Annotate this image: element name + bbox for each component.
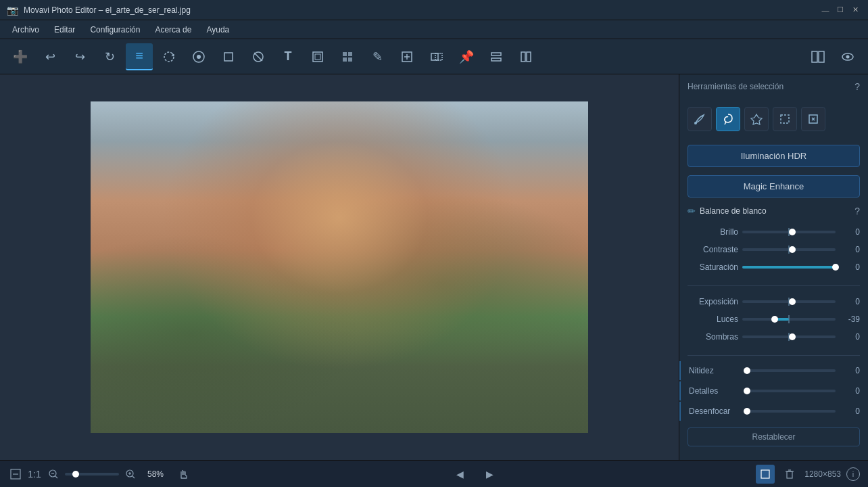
menu-ayuda[interactable]: Ayuda [199, 23, 236, 37]
detalles-track[interactable] [747, 390, 836, 392]
svg-line-36 [132, 476, 135, 478]
zoom-1to1-button[interactable]: 1:1 [27, 467, 42, 482]
pattern-button[interactable] [334, 43, 361, 70]
saturacion-row: Saturación 0 [688, 258, 860, 276]
text-button[interactable]: T [274, 43, 302, 70]
next-image-button[interactable]: ▶ [480, 465, 499, 484]
sombras-track[interactable] [742, 335, 836, 338]
erase-select-button[interactable] [801, 107, 825, 131]
close-button[interactable]: ✕ [849, 4, 861, 16]
svg-rect-3 [224, 53, 233, 61]
menu-editar[interactable]: Editar [47, 23, 82, 37]
main-area: Herramientas de selección ? Iluminación [0, 74, 868, 460]
rect-select-button[interactable] [773, 107, 797, 131]
pin-select-button[interactable] [744, 107, 769, 131]
selection-help-button[interactable]: ? [854, 81, 860, 92]
compare-button[interactable] [804, 43, 831, 70]
restablecer-button[interactable]: Restablecer [688, 427, 860, 446]
lasso-select-button[interactable] [716, 107, 740, 131]
transform-button[interactable] [185, 43, 212, 70]
clone-button[interactable] [423, 43, 450, 70]
magic-enhance-button[interactable]: Magic Enhance [688, 175, 860, 198]
slider-divider-1 [688, 285, 860, 286]
contraste-value: 0 [840, 245, 860, 254]
desenfocar-row: Desenfocar 0 [679, 402, 868, 421]
nitidez-track[interactable] [747, 369, 836, 372]
photo-image [91, 101, 588, 433]
rotate-button[interactable] [155, 43, 183, 70]
balance-help-button[interactable]: ? [854, 206, 860, 216]
zoom-slider[interactable] [65, 473, 119, 476]
hdr-button[interactable]: Iluminación HDR [688, 145, 860, 167]
split-button[interactable] [512, 43, 539, 70]
detalles-value: 0 [840, 386, 860, 396]
brillo-label: Brillo [688, 227, 738, 237]
brillo-track[interactable] [742, 231, 836, 233]
brush-button[interactable]: ✎ [364, 43, 391, 70]
undo-button[interactable]: ↩ [37, 43, 64, 70]
pin-button[interactable]: 📌 [453, 43, 480, 70]
svg-rect-21 [812, 51, 817, 62]
svg-rect-38 [787, 471, 792, 478]
svg-rect-10 [343, 57, 347, 62]
add-tool-button[interactable]: ➕ [7, 43, 34, 70]
exposicion-value: 0 [840, 297, 860, 306]
contraste-label: Contraste [688, 245, 738, 254]
prev-image-button[interactable]: ◀ [450, 465, 469, 484]
detalles-label: Detalles [689, 386, 743, 396]
fit-zoom-button[interactable] [8, 467, 23, 482]
exposicion-label: Exposición [688, 297, 738, 306]
luces-value: -39 [840, 315, 860, 324]
insert-button[interactable] [393, 43, 420, 70]
svg-rect-26 [781, 115, 789, 123]
svg-rect-6 [313, 52, 322, 62]
zoom-out-button[interactable] [46, 467, 61, 482]
detail-sliders-section: Nitidez 0 Detalles 0 Desenfocar 0 [679, 360, 868, 422]
frame-button[interactable] [304, 43, 331, 70]
erase-bg-button[interactable] [245, 43, 272, 70]
luces-row: Luces -39 [688, 310, 860, 328]
saturacion-track[interactable] [742, 266, 836, 269]
status-bar: 1:1 58% ◀ ▶ 1280×853 i [0, 460, 868, 487]
refresh-button[interactable]: ↻ [96, 43, 123, 70]
svg-rect-9 [348, 52, 352, 56]
menu-archivo[interactable]: Archivo [5, 23, 46, 37]
redo-button[interactable]: ↪ [66, 43, 93, 70]
menu-configuracion[interactable]: Configuración [83, 23, 147, 37]
delete-image-button[interactable] [780, 465, 799, 484]
contraste-track[interactable] [742, 248, 836, 251]
filters-button[interactable]: ≡ [126, 43, 153, 70]
svg-rect-16 [435, 53, 442, 60]
hand-tool-button[interactable] [174, 465, 193, 484]
svg-rect-19 [521, 52, 525, 62]
sombras-value: 0 [840, 332, 860, 342]
single-view-button[interactable] [756, 465, 775, 484]
selection-tools-row [679, 104, 868, 134]
brillo-value: 0 [840, 227, 860, 237]
desenfocar-label: Desenfocar [689, 407, 743, 416]
toolbar: ➕ ↩ ↪ ↻ ≡ T ✎ 📌 [0, 39, 868, 74]
info-button[interactable]: i [846, 467, 860, 481]
photo-canvas [91, 101, 588, 433]
crop-button[interactable] [215, 43, 242, 70]
eye-button[interactable] [834, 43, 861, 70]
exposicion-track[interactable] [742, 300, 836, 303]
luces-track[interactable] [742, 318, 836, 321]
maximize-button[interactable]: ☐ [834, 4, 846, 16]
desenfocar-track[interactable] [747, 410, 836, 413]
brush-select-button[interactable] [688, 107, 712, 131]
svg-rect-18 [491, 58, 501, 61]
svg-point-2 [197, 55, 201, 59]
layers-button[interactable] [483, 43, 510, 70]
status-right: 1280×853 i [756, 465, 860, 484]
zoom-slider-thumb[interactable] [72, 471, 79, 478]
svg-rect-17 [491, 53, 501, 55]
luces-label: Luces [688, 315, 738, 324]
sombras-label: Sombras [688, 332, 738, 342]
zoom-in-button[interactable] [123, 467, 138, 482]
zoom-percent: 58% [142, 469, 169, 479]
selection-tools-title: Herramientas de selección [688, 82, 783, 91]
zoom-controls: 1:1 58% [8, 467, 169, 482]
menu-acerca[interactable]: Acerca de [148, 23, 198, 37]
minimize-button[interactable]: — [819, 4, 831, 16]
